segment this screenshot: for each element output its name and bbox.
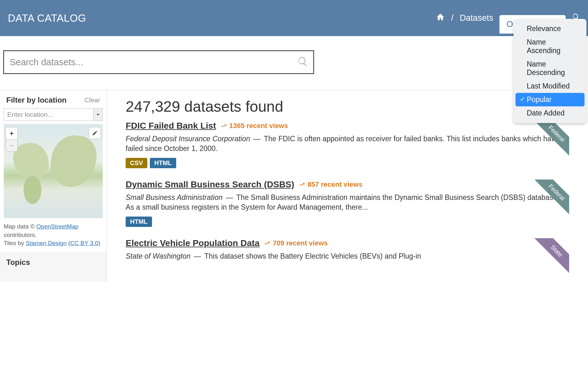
topics-panel: Topics bbox=[0, 253, 106, 272]
home-icon[interactable] bbox=[436, 13, 445, 24]
trend-icon bbox=[299, 181, 305, 188]
cc-link[interactable]: CC BY 3.0 bbox=[70, 240, 98, 246]
stamen-link[interactable]: Stamen Design bbox=[26, 240, 67, 246]
topics-title: Topics bbox=[6, 258, 100, 267]
sidebar: Filter by location Clear + − bbox=[0, 90, 107, 282]
dataset-description: Small Business Administration — The Smal… bbox=[126, 193, 569, 212]
sort-option[interactable]: Name Ascending bbox=[514, 35, 586, 57]
zoom-in-button[interactable]: + bbox=[6, 127, 17, 139]
format-badge[interactable]: CSV bbox=[126, 158, 147, 168]
map-land bbox=[24, 176, 41, 204]
datasets-list: FDIC Failed Bank List1365 recent viewsFe… bbox=[126, 121, 569, 261]
format-badge[interactable]: HTML bbox=[150, 158, 176, 168]
trend-icon bbox=[264, 240, 270, 246]
breadcrumb-separator: / bbox=[451, 13, 454, 23]
clear-location-button[interactable]: Clear bbox=[84, 96, 100, 104]
dataset-description: State of Washington — This dataset shows… bbox=[126, 251, 569, 261]
dataset-views: 709 recent views bbox=[264, 239, 328, 247]
nav-datasets[interactable]: Datasets bbox=[460, 13, 493, 23]
source-ribbon: State bbox=[530, 238, 569, 278]
search-submit-icon[interactable] bbox=[297, 56, 308, 68]
dataset-formats: CSVHTML bbox=[126, 158, 569, 168]
dataset-item: Dynamic Small Business Search (DSBS)857 … bbox=[126, 180, 569, 227]
map-land bbox=[48, 132, 99, 190]
dataset-item: Electric Vehicle Population Data709 rece… bbox=[126, 238, 569, 261]
location-dropdown-toggle[interactable] bbox=[93, 108, 103, 121]
source-ribbon: Federal bbox=[530, 180, 569, 219]
trend-icon bbox=[220, 123, 227, 129]
map-zoom-controls: + − bbox=[6, 127, 18, 152]
sort-option[interactable]: Date Added bbox=[514, 106, 586, 120]
search-section bbox=[0, 36, 588, 90]
map-edit-button[interactable] bbox=[89, 127, 101, 139]
results-count: 247,329 datasets found bbox=[126, 98, 569, 115]
location-combobox bbox=[4, 108, 103, 121]
map[interactable]: + − bbox=[4, 124, 103, 218]
sort-dropdown: RelevanceName AscendingName DescendingLa… bbox=[514, 19, 586, 123]
dataset-title[interactable]: FDIC Failed Bank List bbox=[126, 121, 216, 131]
osm-link[interactable]: OpenStreetMap bbox=[36, 223, 79, 230]
search-bar bbox=[3, 50, 314, 74]
filter-location-title: Filter by location bbox=[6, 96, 67, 105]
map-attribution: Map data © OpenStreetMap contributors. T… bbox=[0, 221, 106, 253]
format-badge[interactable]: HTML bbox=[126, 217, 152, 227]
zoom-out-button[interactable]: − bbox=[6, 139, 17, 151]
location-filter-panel: Filter by location Clear + − bbox=[0, 90, 107, 253]
sort-option[interactable]: Popular bbox=[515, 93, 585, 106]
dataset-formats: HTML bbox=[126, 217, 569, 227]
dataset-title[interactable]: Dynamic Small Business Search (DSBS) bbox=[126, 180, 294, 190]
sort-option[interactable]: Last Modified bbox=[514, 79, 586, 93]
source-ribbon: Federal bbox=[530, 121, 569, 161]
brand-title[interactable]: DATA CATALOG bbox=[8, 12, 86, 24]
dataset-description: Federal Deposit Insurance Corporation — … bbox=[126, 134, 569, 153]
search-input[interactable] bbox=[3, 50, 314, 74]
location-input[interactable] bbox=[4, 108, 93, 121]
pencil-icon bbox=[92, 130, 98, 136]
header: DATA CATALOG / Datasets Organizations Re… bbox=[0, 0, 588, 36]
ribbon-wrap: State bbox=[528, 238, 569, 279]
sort-option[interactable]: Relevance bbox=[514, 22, 586, 35]
ribbon-wrap: Federal bbox=[528, 121, 569, 162]
dataset-views: 1365 recent views bbox=[220, 122, 288, 130]
dataset-title[interactable]: Electric Vehicle Population Data bbox=[126, 238, 259, 248]
dataset-views: 857 recent views bbox=[299, 180, 362, 189]
ribbon-wrap: Federal bbox=[528, 180, 569, 220]
dataset-item: FDIC Failed Bank List1365 recent viewsFe… bbox=[126, 121, 569, 168]
body: Filter by location Clear + − bbox=[0, 90, 588, 282]
sort-option[interactable]: Name Descending bbox=[514, 57, 586, 79]
